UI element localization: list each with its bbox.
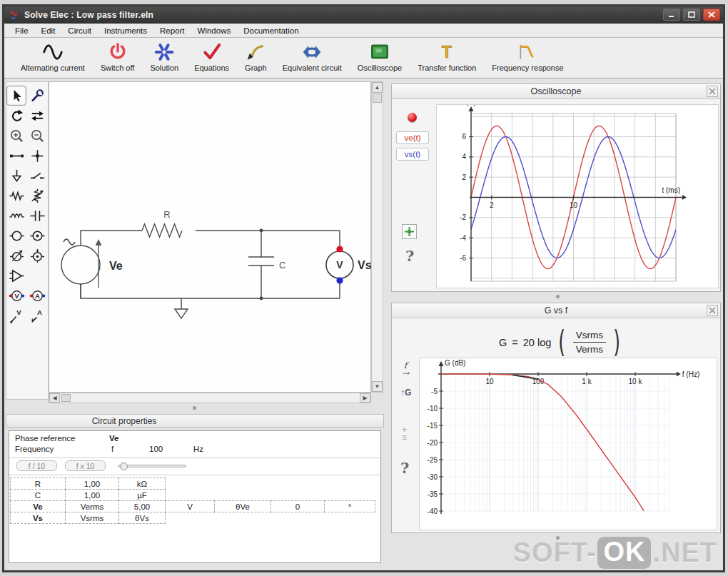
- palette-tool-inductor[interactable]: [6, 206, 26, 226]
- frequency-multiply-button[interactable]: f x 10: [65, 460, 106, 471]
- vs-trace-button[interactable]: vs(t): [396, 148, 429, 161]
- scroll-left-button[interactable]: ◀: [49, 393, 60, 403]
- title-bar[interactable]: Solve Elec : Low pass filter.eln: [4, 6, 723, 24]
- oscilloscope-plot[interactable]: -6-4-2246210(V)t (ms): [436, 104, 719, 288]
- palette-tool-zoom-out[interactable]: [27, 126, 47, 146]
- circuit-diagram: R C V Ve Vs: [49, 82, 372, 393]
- palette-tool-wrench[interactable]: [27, 86, 47, 106]
- palette-tool-node[interactable]: [27, 146, 47, 166]
- minimize-button[interactable]: [663, 9, 680, 21]
- palette-tool-controlled-voltage-source[interactable]: [6, 246, 26, 266]
- gvsf-close-button[interactable]: [707, 305, 718, 316]
- toolbar-button-equivalent-circuit[interactable]: Equivalent circuit: [276, 41, 348, 73]
- toolbar-button-frequency-response[interactable]: Frequency response: [485, 41, 570, 73]
- horizontal-scrollbar[interactable]: ◀ ▶: [49, 393, 371, 403]
- menu-item-instruments[interactable]: Instruments: [98, 25, 153, 36]
- probe-plus-dot: [336, 246, 343, 252]
- vertical-scrollbar[interactable]: ▲ ▼: [371, 81, 383, 393]
- horizontal-scroll-thumb[interactable]: [61, 394, 71, 402]
- maximize-button[interactable]: [683, 9, 700, 21]
- svg-text:G (dB): G (dB): [445, 359, 465, 367]
- toolbar-button-equations[interactable]: Equations: [188, 41, 236, 73]
- capacitor-label: C: [279, 260, 285, 271]
- toolbar-button-transfer-function[interactable]: TTransfer function: [411, 41, 482, 73]
- frequency-slider[interactable]: [118, 465, 186, 468]
- toolbar-button-switch-off[interactable]: Switch off: [94, 41, 141, 73]
- palette-tool-controlled-current-source[interactable]: [27, 246, 47, 266]
- table-cell[interactable]: Vsrms: [65, 512, 119, 524]
- splitter-handle[interactable]: [556, 295, 560, 298]
- table-cell[interactable]: Verms: [65, 500, 119, 512]
- palette-tool-resistor[interactable]: [6, 186, 26, 206]
- palette-tool-wire[interactable]: [6, 146, 26, 166]
- circuit-properties-header[interactable]: Circuit properties: [6, 414, 384, 428]
- add-trace-button[interactable]: [402, 224, 417, 239]
- frequency-divide-button[interactable]: f / 10: [16, 460, 57, 471]
- scroll-down-button[interactable]: ▼: [372, 381, 383, 392]
- circuit-canvas[interactable]: R C V Ve Vs: [49, 81, 371, 393]
- svg-text:-20: -20: [428, 439, 438, 447]
- oscilloscope-close-button[interactable]: [707, 86, 718, 97]
- toolbar-button-graph[interactable]: Graph: [238, 41, 273, 73]
- palette-tool-switch[interactable]: [27, 166, 47, 186]
- f-cursor-tool[interactable]: f→: [402, 362, 409, 378]
- palette-tool-voltage-source[interactable]: [6, 226, 26, 246]
- menu-item-circuit[interactable]: Circuit: [61, 25, 98, 36]
- ve-trace-button[interactable]: ve(t): [396, 131, 429, 144]
- scroll-up-button[interactable]: ▲: [372, 82, 383, 93]
- scroll-right-button[interactable]: ▶: [360, 393, 370, 403]
- voltmeter-icon: V: [9, 288, 25, 304]
- menu-item-file[interactable]: File: [9, 25, 35, 36]
- menu-item-report[interactable]: Report: [153, 25, 191, 36]
- palette-tool-reverse[interactable]: [27, 106, 47, 126]
- menu-item-windows[interactable]: Windows: [191, 25, 238, 36]
- table-cell[interactable]: θVs: [118, 512, 166, 524]
- palette-tool-zoom-in[interactable]: [6, 126, 26, 146]
- frequency-response-icon: [517, 41, 538, 63]
- palette-tool-ground[interactable]: [6, 166, 26, 186]
- palette-tool-select[interactable]: [6, 86, 26, 106]
- capacitor-symbol: [248, 231, 274, 298]
- resistor-label: R: [163, 209, 170, 220]
- oscilloscope-help-button[interactable]: ?: [405, 247, 414, 265]
- close-button[interactable]: [703, 9, 720, 21]
- table-cell[interactable]: 5,00: [118, 500, 166, 512]
- palette-tool-op-amp[interactable]: [6, 266, 26, 286]
- table-cell[interactable]: 1,00: [65, 478, 119, 490]
- table-cell[interactable]: µF: [118, 489, 166, 501]
- bode-plot[interactable]: 101001 k10 k-5-10-15-20-25-30-35-40G (dB…: [419, 358, 717, 530]
- toolbar-button-alternating-current[interactable]: Alternating current: [14, 41, 91, 73]
- circuit-properties-title: Circuit properties: [49, 416, 199, 426]
- scale-adjust-tool[interactable]: +≡: [402, 426, 407, 442]
- menu-item-documentation[interactable]: Documentation: [237, 25, 305, 36]
- table-cell[interactable]: kΩ: [118, 478, 166, 490]
- palette-tool-ammeter[interactable]: A: [27, 286, 47, 305]
- g-cursor-tool[interactable]: ↑G: [400, 389, 411, 397]
- toolbar-button-oscilloscope[interactable]: Oscilloscope: [351, 41, 408, 73]
- palette-tool-rotate[interactable]: [6, 106, 26, 126]
- phase-reference-value[interactable]: Ve: [109, 434, 118, 443]
- splitter-handle[interactable]: [193, 406, 196, 410]
- palette-tool-voltage-probe[interactable]: V: [6, 305, 26, 325]
- table-cell[interactable]: 1,00: [65, 489, 119, 501]
- oscilloscope-header[interactable]: Oscilloscope: [392, 84, 720, 99]
- palette-tool-current-source[interactable]: [27, 226, 47, 246]
- palette-tool-voltmeter[interactable]: V: [6, 286, 26, 305]
- menu-item-edit[interactable]: Edit: [35, 25, 62, 36]
- palette-tool-current-probe[interactable]: A: [27, 305, 47, 325]
- ground-symbol: [175, 298, 188, 318]
- oscilloscope-screen-icon: [369, 41, 390, 63]
- frequency-slider-knob[interactable]: [120, 463, 128, 470]
- palette-tool-capacitor[interactable]: [27, 206, 47, 226]
- frequency-value[interactable]: 100: [149, 445, 163, 453]
- bode-chart: 101001 k10 k-5-10-15-20-25-30-35-40G (dB…: [420, 358, 718, 531]
- gvsf-header[interactable]: G vs f: [392, 303, 720, 318]
- record-led-icon[interactable]: [408, 113, 417, 122]
- palette-tool-potentiometer[interactable]: [27, 186, 47, 206]
- table-row: R1,00kΩ: [11, 478, 375, 490]
- toolbar-button-solution[interactable]: Solution: [143, 41, 185, 73]
- table-cell[interactable]: 0: [271, 500, 325, 512]
- svg-text:-40: -40: [428, 507, 438, 515]
- vertical-scroll-thumb[interactable]: [373, 94, 382, 103]
- gvsf-help-button[interactable]: ?: [400, 459, 409, 477]
